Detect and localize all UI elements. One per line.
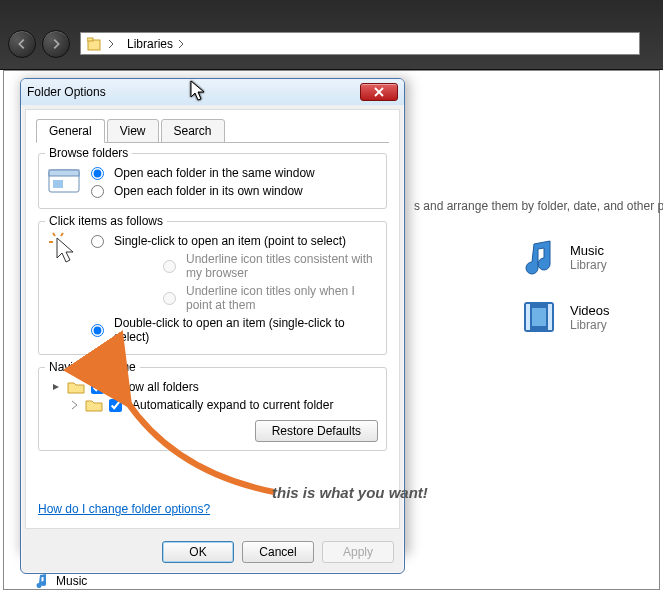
radio-input[interactable] — [91, 324, 104, 337]
checkbox-auto-expand[interactable] — [109, 399, 122, 412]
tree-item-music[interactable]: Music — [34, 571, 119, 591]
window-icon — [47, 164, 83, 200]
radio-same-window[interactable]: Open each folder in the same window — [91, 164, 378, 182]
radio-label: Single-click to open an item (point to s… — [114, 234, 346, 248]
checkbox-show-all-folders[interactable] — [91, 381, 104, 394]
videos-icon — [518, 296, 560, 338]
svg-rect-3 — [526, 304, 530, 330]
tabs: General View Search — [36, 118, 389, 143]
dialog-title: Folder Options — [27, 85, 360, 99]
tree-collapse-icon[interactable] — [51, 382, 61, 392]
svg-rect-1 — [87, 38, 93, 41]
tab-general[interactable]: General — [36, 119, 105, 143]
radio-single-click[interactable]: Single-click to open an item (point to s… — [91, 232, 378, 250]
radio-input[interactable] — [91, 185, 104, 198]
close-button[interactable] — [360, 83, 398, 101]
dialog-buttons: OK Cancel Apply — [21, 533, 404, 573]
library-item-videos[interactable]: Videos Library — [518, 296, 610, 338]
group-navigation-pane: Navigation pane Show all folders Automat… — [38, 367, 387, 451]
help-link[interactable]: How do I change folder options? — [38, 502, 210, 516]
cursor-click-icon — [47, 232, 83, 268]
radio-input — [163, 260, 176, 273]
cancel-button[interactable]: Cancel — [242, 541, 314, 563]
library-item-music[interactable]: Music Library — [518, 236, 607, 278]
radio-input[interactable] — [91, 235, 104, 248]
breadcrumb-label: Libraries — [127, 37, 173, 51]
group-browse-folders: Browse folders Open each folder in the s… — [38, 153, 387, 209]
group-legend: Browse folders — [45, 146, 132, 160]
group-legend: Navigation pane — [45, 360, 140, 374]
radio-label: Open each folder in the same window — [114, 166, 315, 180]
breadcrumb[interactable]: Libraries — [80, 32, 640, 55]
tree-label: Music — [56, 574, 87, 588]
svg-rect-8 — [53, 180, 63, 188]
radio-label: Double-click to open an item (single-cli… — [114, 316, 378, 344]
tree-expand-icon[interactable] — [69, 400, 79, 410]
libraries-icon — [87, 36, 103, 52]
dialog-titlebar[interactable]: Folder Options — [21, 79, 404, 105]
checkbox-label: Automatically expand to current folder — [132, 398, 333, 412]
library-subtitle: Library — [570, 318, 610, 332]
svg-rect-4 — [548, 304, 552, 330]
apply-button: Apply — [322, 541, 394, 563]
tab-view[interactable]: View — [107, 119, 159, 143]
radio-double-click[interactable]: Double-click to open an item (single-cli… — [91, 314, 378, 346]
restore-defaults-button[interactable]: Restore Defaults — [255, 420, 378, 442]
radio-label: Open each folder in its own window — [114, 184, 303, 198]
folder-icon — [67, 380, 85, 394]
group-legend: Click items as follows — [45, 214, 167, 228]
music-icon — [518, 236, 560, 278]
ok-button[interactable]: OK — [162, 541, 234, 563]
back-button[interactable] — [8, 30, 36, 58]
nav-row-show-all: Show all folders — [51, 378, 378, 396]
group-click-items: Click items as follows Single-click to o… — [38, 221, 387, 355]
folder-icon — [85, 398, 103, 412]
close-icon — [374, 87, 384, 97]
tab-search[interactable]: Search — [161, 119, 225, 143]
radio-label: Underline icon titles only when I point … — [186, 284, 378, 312]
radio-input[interactable] — [91, 167, 104, 180]
library-title: Videos — [570, 303, 610, 318]
library-title: Music — [570, 243, 607, 258]
music-small-icon — [34, 573, 50, 589]
radio-underline-point: Underline icon titles only when I point … — [91, 282, 378, 314]
svg-rect-7 — [49, 170, 79, 176]
forward-button[interactable] — [42, 30, 70, 58]
radio-input — [163, 292, 176, 305]
radio-own-window[interactable]: Open each folder in its own window — [91, 182, 378, 200]
radio-underline-browser: Underline icon titles consistent with my… — [91, 250, 378, 282]
nav-row-auto-expand: Automatically expand to current folder — [51, 396, 378, 414]
svg-rect-5 — [532, 308, 546, 326]
library-subtitle: Library — [570, 258, 607, 272]
content-description: s and arrange them by folder, date, and … — [414, 199, 663, 213]
breadcrumb-root-icon[interactable] — [81, 33, 121, 54]
folder-options-dialog: Folder Options General View Search Brows… — [20, 78, 405, 574]
checkbox-label: Show all folders — [114, 380, 199, 394]
chevron-right-icon — [177, 39, 185, 49]
radio-label: Underline icon titles consistent with my… — [186, 252, 378, 280]
breadcrumb-libraries[interactable]: Libraries — [121, 33, 191, 54]
chevron-right-icon — [107, 39, 115, 49]
explorer-chrome: Libraries — [0, 0, 663, 70]
